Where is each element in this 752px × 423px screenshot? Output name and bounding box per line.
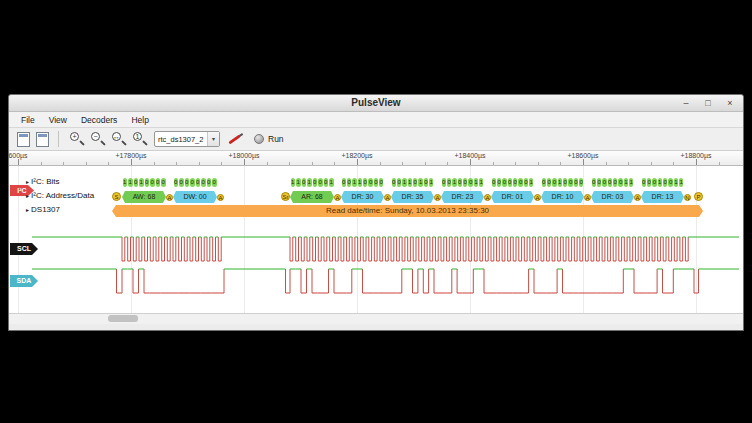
- new-session-icon[interactable]: [17, 132, 30, 147]
- expander-icon[interactable]: ▸: [26, 179, 29, 185]
- zoom-out-icon-lens: −: [91, 132, 100, 141]
- annotation-bit: 0: [313, 178, 318, 187]
- grid-line: [131, 166, 132, 313]
- menu-item-view[interactable]: View: [43, 113, 73, 127]
- decoder-row-text: I²C: Bits: [31, 177, 59, 186]
- annotation-bit: 1: [629, 178, 633, 187]
- run-button[interactable]: Run: [250, 133, 288, 145]
- annotation-ack: A: [384, 194, 391, 201]
- chevron-down-icon[interactable]: ▾: [207, 132, 219, 146]
- ruler-tick-minor: [673, 162, 674, 165]
- expander-icon[interactable]: ▸: [26, 207, 29, 213]
- annotation-bit: 0: [618, 178, 622, 187]
- annotation-bit: 0: [442, 178, 446, 187]
- run-led-icon: [254, 134, 264, 144]
- zoom-fit-icon[interactable]: ↔: [110, 131, 127, 148]
- annotation-bit: 0: [413, 178, 417, 187]
- ruler-tick-minor: [154, 162, 155, 165]
- annotation-bit: 1: [128, 178, 133, 187]
- ruler-tick-label: +18000µs: [228, 152, 259, 159]
- ruler-tick-minor: [515, 162, 516, 165]
- annotation-byte-DR13: DR: 13: [641, 191, 684, 203]
- ruler-tick-minor: [41, 162, 42, 165]
- ruler-tick-minor: [86, 162, 87, 165]
- annotation-byte-DR35: DR: 35: [391, 191, 434, 203]
- annotation-bit: 0: [602, 178, 606, 187]
- close-button[interactable]: ×: [723, 96, 737, 110]
- annotation-bit: 0: [518, 178, 522, 187]
- annotation-bit: 0: [647, 178, 651, 187]
- annotation-bit: 1: [474, 178, 478, 187]
- grid-line: [470, 166, 471, 313]
- scrollbar-thumb[interactable]: [108, 315, 138, 322]
- zoom-fit-icon-lens: ↔: [112, 132, 121, 141]
- annotation-bit: 0: [613, 178, 617, 187]
- ruler-tick-minor: [63, 162, 64, 165]
- annotation-bit: 0: [424, 178, 428, 187]
- annotation-start: S: [112, 192, 121, 201]
- ruler-tick-label: +18400µs: [454, 152, 485, 159]
- annotation-bit: 0: [608, 178, 612, 187]
- annotation-ack: A: [484, 194, 491, 201]
- annotation-bit: 0: [597, 178, 601, 187]
- ruler-tick-major: [131, 159, 132, 165]
- annotation-bit: 1: [418, 178, 422, 187]
- annotation-bit: 0: [342, 178, 346, 187]
- channel-tag-scl[interactable]: SCL: [10, 243, 38, 255]
- annotation-bit: 1: [402, 178, 406, 187]
- grid-line: [696, 166, 697, 313]
- annotation-bit: 1: [358, 178, 362, 187]
- annotation-ack: A: [166, 194, 173, 201]
- annotation-bit: 1: [123, 178, 128, 187]
- annotation-bit: 1: [139, 178, 144, 187]
- ruler-tick-minor: [560, 162, 561, 165]
- ruler-tick-minor: [334, 162, 335, 165]
- zoom-one-to-one-icon[interactable]: 1: [131, 131, 148, 148]
- decoder-row-label-3[interactable]: ▸DS1307: [26, 205, 60, 214]
- annotation-bit: 0: [347, 178, 351, 187]
- zoom-out-icon[interactable]: −: [89, 131, 106, 148]
- zoom-in-icon[interactable]: +: [68, 131, 85, 148]
- ruler-tick-major: [696, 159, 697, 165]
- capture-file-name: rtc_ds1307_2: [155, 135, 207, 144]
- decoder-row-label-1[interactable]: ▸I²C: Bits: [26, 177, 59, 186]
- decoder-row-text: I²C: Address/Data: [31, 191, 94, 200]
- annotation-bit: 0: [497, 178, 501, 187]
- run-label: Run: [268, 134, 284, 144]
- annotation-bit: 1: [529, 178, 533, 187]
- ruler-tick-minor: [628, 162, 629, 165]
- annotation-bit: 0: [547, 178, 551, 187]
- menu-item-file[interactable]: File: [15, 113, 41, 127]
- window-bottom-strip: [9, 324, 743, 330]
- menu-item-help[interactable]: Help: [125, 113, 154, 127]
- titlebar[interactable]: PulseView – □ ×: [9, 95, 743, 112]
- capture-file-select[interactable]: rtc_ds1307_2 ▾: [154, 131, 220, 147]
- annotation-bit: 1: [429, 178, 433, 187]
- decoder-row-label-2[interactable]: ▸I²C: Address/Data: [26, 191, 94, 200]
- expander-icon[interactable]: ▸: [26, 193, 29, 199]
- maximize-button[interactable]: □: [701, 96, 715, 110]
- minimize-button[interactable]: –: [679, 96, 693, 110]
- annotation-bit: 1: [658, 178, 662, 187]
- annotation-bit: 0: [185, 178, 190, 187]
- new-view-icon[interactable]: [36, 132, 49, 147]
- menu-item-decoders[interactable]: Decoders: [75, 113, 123, 127]
- annotation-bit: 0: [663, 178, 667, 187]
- annotation-bit: 0: [574, 178, 578, 187]
- annotation-bit: 1: [408, 178, 412, 187]
- annotation-byte-DR30: DR: 30: [341, 191, 384, 203]
- ruler-tick-label: +18200µs: [341, 152, 372, 159]
- annotation-bit: 0: [318, 178, 323, 187]
- annotation-ack: A: [217, 194, 224, 201]
- annotation-bit: 0: [190, 178, 195, 187]
- ruler-tick-major: [244, 159, 245, 165]
- zoom-in-icon-handle: [79, 140, 85, 146]
- probe-device-icon[interactable]: [226, 131, 244, 148]
- annotation-byte-DW00: DW: 00: [173, 191, 217, 203]
- annotation-bit: 0: [463, 178, 467, 187]
- annotation-bit: 0: [652, 178, 656, 187]
- annotation-byte-DR01: DR: 01: [491, 191, 534, 203]
- annotation-ack: A: [634, 194, 641, 201]
- annotation-bit: 1: [329, 178, 334, 187]
- annotation-byte-DR23: DR: 23: [441, 191, 484, 203]
